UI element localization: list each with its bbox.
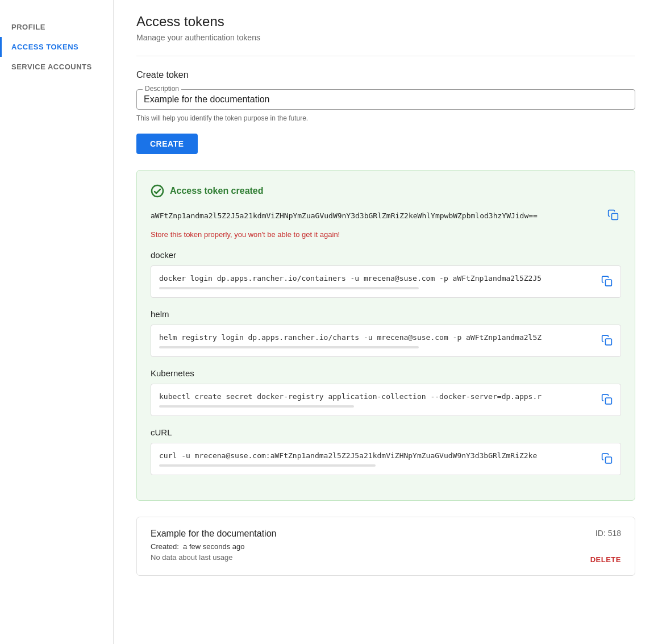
- copy-docker-button[interactable]: [599, 273, 615, 290]
- token-created-meta: Created: a few seconds ago: [151, 542, 621, 551]
- create-token-title: Create token: [136, 70, 635, 80]
- copy-token-button[interactable]: [605, 207, 621, 225]
- svg-rect-5: [606, 457, 612, 463]
- description-field-wrapper: Description: [136, 89, 635, 110]
- description-input[interactable]: [144, 94, 628, 105]
- page-title: Access tokens: [136, 14, 635, 30]
- docker-scrollbar: [159, 287, 419, 289]
- create-button[interactable]: CREATE: [136, 134, 198, 154]
- kubernetes-cmd-text: kubectl create secret docker-registry ap…: [159, 392, 592, 401]
- token-card: ID: 518 Example for the documentation Cr…: [136, 517, 635, 576]
- svg-point-0: [152, 185, 163, 197]
- svg-rect-2: [606, 280, 612, 286]
- success-check-icon: [151, 184, 164, 198]
- main-content: Access tokens Manage your authentication…: [114, 0, 658, 644]
- success-header: Access token created: [151, 184, 621, 198]
- description-label: Description: [143, 85, 181, 93]
- helm-cmd-box: helm registry login dp.apps.rancher.io/c…: [151, 325, 621, 357]
- token-id: ID: 518: [595, 529, 621, 538]
- curl-section: cURL curl -u mrecena@suse.com:aWFtZnp1an…: [151, 427, 621, 475]
- token-warning: Store this token properly, you won't be …: [151, 230, 621, 239]
- svg-rect-1: [612, 214, 618, 220]
- kubernetes-title: Kubernetes: [151, 368, 621, 378]
- curl-cmd-box: curl -u mrecena@suse.com:aWFtZnp1andma2l…: [151, 443, 621, 475]
- sidebar: PROFILE ACCESS TOKENS SERVICE ACCOUNTS: [0, 0, 114, 644]
- svg-rect-3: [606, 339, 612, 345]
- divider: [136, 56, 635, 56]
- helm-title: helm: [151, 309, 621, 319]
- docker-title: docker: [151, 250, 621, 260]
- copy-kubernetes-button[interactable]: [599, 391, 615, 409]
- token-value-row: aWFtZnp1andma2l5Z2J5a21kdmViZHNpYmZuaGVu…: [151, 207, 621, 225]
- success-title: Access token created: [170, 186, 264, 196]
- kubernetes-section: Kubernetes kubectl create secret docker-…: [151, 368, 621, 416]
- token-value: aWFtZnp1andma2l5Z2J5a21kdmViZHNpYmZuaGVu…: [151, 211, 599, 220]
- token-usage-meta: No data about last usage: [151, 553, 621, 562]
- kubernetes-scrollbar: [159, 405, 354, 408]
- delete-button[interactable]: DELETE: [590, 555, 621, 564]
- copy-curl-button[interactable]: [599, 450, 615, 468]
- page-subtitle: Manage your authentication tokens: [136, 33, 635, 42]
- sidebar-item-access-tokens[interactable]: ACCESS TOKENS: [0, 37, 113, 57]
- field-hint: This will help you identify the token pu…: [136, 114, 635, 122]
- docker-section: docker docker login dp.apps.rancher.io/c…: [151, 250, 621, 298]
- curl-scrollbar: [159, 464, 376, 467]
- helm-scrollbar: [159, 346, 419, 348]
- svg-rect-4: [606, 398, 612, 404]
- copy-helm-button[interactable]: [599, 332, 615, 350]
- helm-section: helm helm registry login dp.apps.rancher…: [151, 309, 621, 357]
- kubernetes-cmd-box: kubectl create secret docker-registry ap…: [151, 384, 621, 416]
- helm-cmd-text: helm registry login dp.apps.rancher.io/c…: [159, 333, 592, 342]
- curl-title: cURL: [151, 427, 621, 437]
- success-card: Access token created aWFtZnp1andma2l5Z2J…: [136, 170, 635, 501]
- created-label: Created:: [151, 542, 179, 551]
- docker-cmd-text: docker login dp.apps.rancher.io/containe…: [159, 274, 592, 282]
- sidebar-item-service-accounts[interactable]: SERVICE ACCOUNTS: [0, 57, 113, 77]
- curl-cmd-text: curl -u mrecena@suse.com:aWFtZnp1andma2l…: [159, 451, 592, 460]
- docker-cmd-box: docker login dp.apps.rancher.io/containe…: [151, 265, 621, 298]
- sidebar-item-profile[interactable]: PROFILE: [0, 17, 113, 37]
- token-name: Example for the documentation: [151, 529, 621, 539]
- created-value: a few seconds ago: [183, 542, 244, 551]
